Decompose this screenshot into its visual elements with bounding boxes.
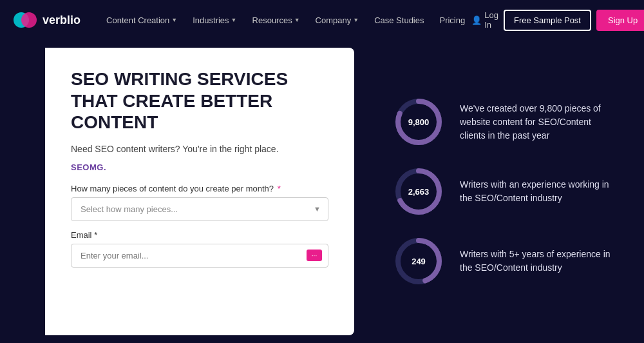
donut-chart-2: 2,663 (393, 166, 444, 217)
hero-card: SEO WRITING SERVICESTHAT CREATE BETTERCO… (45, 48, 354, 335)
required-marker: * (92, 230, 98, 240)
login-link[interactable]: 👤 Log In (471, 10, 498, 30)
signup-button[interactable]: Sign Up (596, 10, 644, 31)
seomg-label: SEOMG. (71, 162, 328, 172)
free-sample-button[interactable]: Free Sample Post (504, 10, 591, 31)
stats-section: 9,800 We've created over 9,800 pieces of… (354, 40, 644, 343)
nav-pricing[interactable]: Pricing (433, 12, 471, 29)
stat-value-2: 2,663 (408, 187, 430, 197)
required-marker: * (275, 184, 281, 193)
pieces-label: How many pieces of content do you create… (71, 184, 328, 193)
hero-subtitle: Need SEO content writers? You're in the … (71, 142, 328, 156)
navbar: verblio Content Creation ▼ Industries ▼ … (0, 0, 644, 40)
nav-case-studies[interactable]: Case Studies (368, 12, 430, 29)
main-content: SEO WRITING SERVICESTHAT CREATE BETTERCO… (0, 40, 644, 343)
stat-value-1: 9,800 (408, 117, 430, 127)
user-icon: 👤 (471, 15, 482, 25)
nav-right: 👤 Log In Free Sample Post Sign Up (471, 10, 644, 31)
chevron-down-icon: ▼ (231, 17, 237, 23)
nav-company[interactable]: Company ▼ (309, 12, 366, 29)
logo[interactable]: verblio (13, 8, 80, 32)
donut-chart-1: 9,800 (393, 96, 444, 148)
donut-chart-3: 249 (393, 235, 444, 287)
email-field[interactable] (71, 244, 328, 268)
logo-text: verblio (43, 14, 80, 27)
logo-icon (13, 8, 37, 32)
stat-row-1: 9,800 We've created over 9,800 pieces of… (393, 96, 618, 148)
email-label: Email * (71, 230, 328, 240)
nav-content-creation[interactable]: Content Creation ▼ (100, 12, 184, 29)
stat-description-3: Writers with 5+ years of experience in t… (460, 248, 618, 275)
email-icon: ··· (307, 250, 322, 261)
stat-description-1: We've created over 9,800 pieces of websi… (460, 102, 618, 142)
stat-row-2: 2,663 Writers with an experience working… (393, 166, 618, 217)
stat-row-3: 249 Writers with 5+ years of experience … (393, 235, 618, 287)
hero-title: SEO WRITING SERVICESTHAT CREATE BETTERCO… (71, 68, 328, 133)
chevron-down-icon: ▼ (294, 17, 300, 23)
nav-links: Content Creation ▼ Industries ▼ Resource… (100, 12, 471, 29)
stat-value-3: 249 (412, 257, 426, 266)
email-input-wrapper: ··· (71, 244, 328, 268)
nav-industries[interactable]: Industries ▼ (186, 12, 243, 29)
svg-point-1 (21, 12, 37, 28)
chevron-down-icon: ▼ (353, 17, 359, 23)
pieces-select-wrapper: Select how many pieces... ▼ (71, 197, 328, 221)
chevron-down-icon: ▼ (171, 17, 177, 23)
stat-description-2: Writers with an experience working in th… (460, 178, 618, 205)
nav-resources[interactable]: Resources ▼ (246, 12, 307, 29)
pieces-select[interactable]: Select how many pieces... (71, 197, 328, 221)
